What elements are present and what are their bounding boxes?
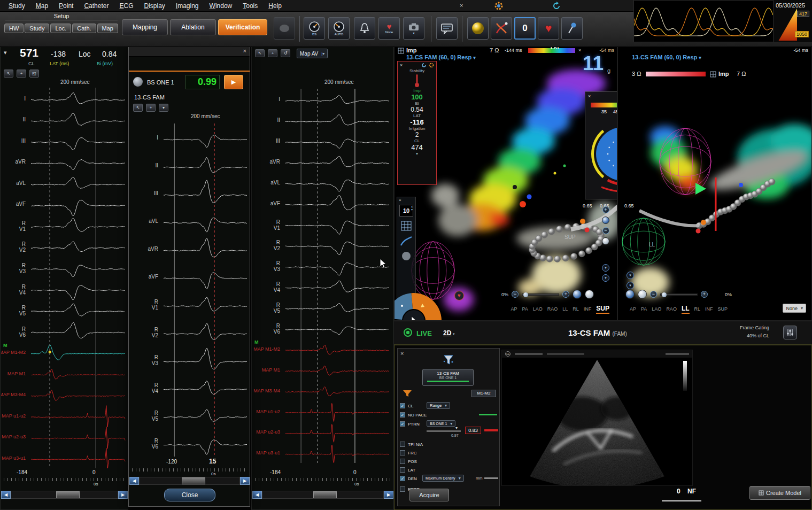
mapping-button[interactable]: Mapping xyxy=(122,19,168,35)
orientation-ll-button[interactable]: LL xyxy=(682,305,690,314)
scroll-track[interactable] xyxy=(262,491,384,499)
checkbox-den[interactable]: ✓ xyxy=(400,476,405,481)
caliper-tool-icon[interactable]: + xyxy=(268,49,277,57)
setup-hw-button[interactable]: HW xyxy=(4,24,24,33)
checkbox-tpi-n-a[interactable] xyxy=(400,442,405,447)
scroll-left-button[interactable]: ◀ xyxy=(129,477,139,485)
menu-imaging[interactable]: Imaging xyxy=(171,1,204,11)
orientation-rao-button[interactable]: RAO xyxy=(547,306,558,312)
close-icon[interactable]: × xyxy=(460,3,463,8)
imp-map-3d[interactable] xyxy=(618,61,812,321)
pin-tool-button[interactable] xyxy=(561,17,583,40)
points-gauge-bs-button[interactable]: BS xyxy=(304,17,325,40)
refresh-icon[interactable] xyxy=(421,63,427,68)
zoom-slider[interactable] xyxy=(660,293,698,296)
map-title[interactable]: 13-CS FAM (60, 0) Resp ▾ xyxy=(632,54,701,60)
view-sphere-button[interactable] xyxy=(602,237,609,245)
menu-window[interactable]: Window xyxy=(204,1,238,11)
close-icon[interactable]: × xyxy=(400,63,403,68)
orientation-ap-button[interactable]: AP xyxy=(630,306,636,312)
filter-funnel-icon[interactable] xyxy=(443,354,454,366)
gating-settings-button[interactable] xyxy=(783,326,797,339)
rotate-sphere-button[interactable] xyxy=(585,290,594,299)
ptrn-slider-thumb[interactable]: ▾ xyxy=(455,426,458,430)
verification-button[interactable]: Verification xyxy=(218,19,267,35)
close-icon[interactable]: × xyxy=(400,351,404,356)
orientation-ap-button[interactable]: AP xyxy=(511,306,517,312)
zoom-out-button[interactable]: − xyxy=(512,291,519,298)
pan-tool-icon[interactable]: ↖ xyxy=(133,104,143,112)
checkbox-pos[interactable] xyxy=(400,459,405,464)
timeline-scrollbar[interactable]: ◀ ▶ xyxy=(129,477,250,485)
refresh-tool-icon[interactable]: ↺ xyxy=(281,49,290,57)
sphere-select-button[interactable] xyxy=(399,250,413,262)
orientation-inf-button[interactable]: INF xyxy=(705,306,713,312)
checkbox-lat[interactable] xyxy=(400,467,405,473)
orientation-sup-button[interactable]: SUP xyxy=(718,306,728,312)
heart-quick-button[interactable]: ♥ xyxy=(454,291,464,300)
orientation-rl-button[interactable]: RL xyxy=(573,306,579,312)
overlay-selector[interactable]: None ▾ xyxy=(783,304,806,313)
pan-tool-icon[interactable]: ↖ xyxy=(4,69,13,78)
cut-plane-line[interactable] xyxy=(715,177,717,231)
chevron-down-icon[interactable]: ▾ xyxy=(602,274,609,282)
caliper-tool-icon[interactable]: + xyxy=(17,69,26,78)
close-icon[interactable]: × xyxy=(588,94,591,99)
points-gauge-auto-button[interactable]: AUTO xyxy=(328,17,350,40)
orientation-lao-button[interactable]: LAO xyxy=(533,306,543,312)
orientation-pa-button[interactable]: PA xyxy=(522,306,528,312)
chevron-down-icon[interactable]: ▾ xyxy=(627,272,634,279)
zoom-thumb[interactable] xyxy=(523,292,528,297)
imp-colorbar[interactable] xyxy=(646,72,706,76)
close-icon[interactable]: × xyxy=(578,48,581,53)
collapse-icon[interactable]: ▾ xyxy=(4,49,7,56)
device-tab[interactable]: 13-CS FAM BS ONE 1 xyxy=(422,369,474,386)
zoom-out-button[interactable]: − xyxy=(602,227,609,234)
orientation-lao-button[interactable]: LAO xyxy=(652,306,661,312)
create-model-button[interactable]: Create Model xyxy=(749,486,810,500)
ptrn-slider-track[interactable] xyxy=(427,430,461,432)
zoom-in-button[interactable]: + xyxy=(562,291,569,298)
scroll-track[interactable] xyxy=(11,491,118,499)
catheter-tool-button[interactable] xyxy=(491,17,512,40)
spinner-up-icon[interactable]: ▴▾ xyxy=(411,205,413,211)
zoom-slider[interactable] xyxy=(522,293,559,296)
chat-bubble-button[interactable] xyxy=(436,17,458,40)
popup-titlebar[interactable]: × xyxy=(129,46,250,57)
alert-bell-button[interactable] xyxy=(354,17,375,40)
catheter-select-button[interactable] xyxy=(399,235,413,248)
scroll-track[interactable] xyxy=(139,477,240,485)
checkbox-resp[interactable] xyxy=(400,486,405,492)
close-icon[interactable]: × xyxy=(243,48,246,53)
zoom-thumb[interactable] xyxy=(662,292,667,297)
menu-ecg[interactable]: ECG xyxy=(114,1,138,11)
checkbox-frc[interactable] xyxy=(400,450,405,455)
setup-study-button[interactable]: Study xyxy=(25,24,49,33)
orientation-inf-button[interactable]: INF xyxy=(584,306,592,312)
chevron-down-icon[interactable]: ▾ xyxy=(602,264,609,272)
rotate-sphere-button[interactable] xyxy=(638,290,647,299)
scroll-thumb[interactable] xyxy=(182,477,205,484)
menu-tools[interactable]: Tools xyxy=(237,1,263,11)
mode-2d-button[interactable]: 2D xyxy=(443,329,451,337)
timeline-scrollbar[interactable]: ◀ ▶ xyxy=(252,491,393,499)
caret-icon[interactable]: ▾ xyxy=(159,104,168,112)
zoom-out-button[interactable]: − xyxy=(650,291,657,298)
sweep-tool-icon[interactable]: ◱ xyxy=(29,69,39,78)
menu-help[interactable]: Help xyxy=(263,1,287,11)
electrode-button[interactable]: M1-M2 xyxy=(471,390,496,397)
close-button[interactable]: Close xyxy=(164,489,215,501)
cl-range-select[interactable]: Range▾ xyxy=(427,402,450,409)
zoom-in-button[interactable]: + xyxy=(602,206,609,213)
scroll-right-button[interactable]: ▶ xyxy=(118,491,128,499)
orientation-ll-button[interactable]: LL xyxy=(562,306,568,312)
collapse-chevron-icon[interactable]: ▾ xyxy=(398,151,436,156)
orientation-sup-button[interactable]: SUP xyxy=(596,305,609,314)
scroll-left-button[interactable]: ◀ xyxy=(1,491,11,499)
rotate-sphere-button[interactable] xyxy=(573,290,582,299)
scroll-right-button[interactable]: ▶ xyxy=(384,491,393,499)
threshold-colorbar[interactable] xyxy=(591,103,617,107)
acquire-button[interactable]: Acquire xyxy=(409,489,449,501)
checkbox-ptrn[interactable]: ✓ xyxy=(400,421,405,427)
sphere-tool-button[interactable] xyxy=(467,17,489,40)
